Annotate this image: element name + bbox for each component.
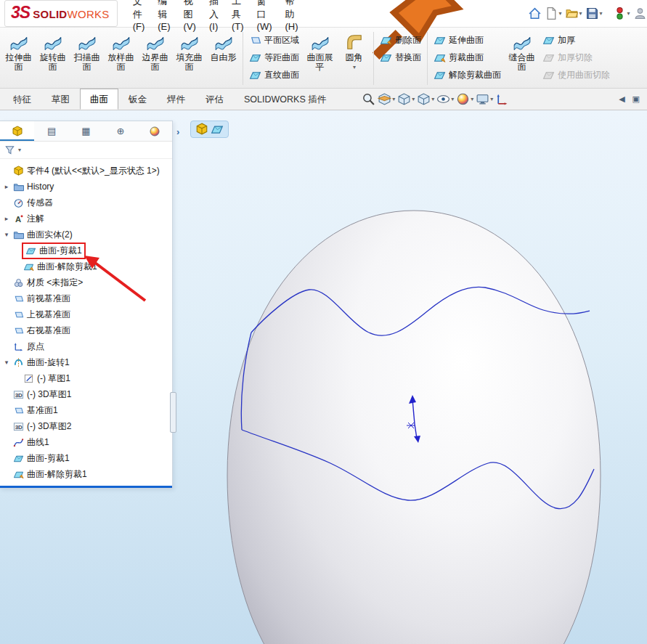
home-button[interactable] bbox=[527, 5, 542, 22]
tab-evaluate[interactable]: 评估 bbox=[195, 89, 234, 110]
chevron-down-icon[interactable]: ▾ bbox=[392, 96, 395, 102]
chevron-down-icon[interactable]: ▾ bbox=[431, 96, 434, 102]
tree-item-sensors[interactable]: 传感器 bbox=[0, 195, 172, 211]
view-orientation-button[interactable]: ▾ bbox=[396, 91, 415, 107]
open-folder-icon bbox=[565, 7, 579, 20]
planar-surface-button[interactable]: 平面区域 bbox=[249, 33, 299, 48]
chevron-down-icon[interactable]: ▾ bbox=[559, 10, 562, 17]
knit-surface-button[interactable]: 缝合曲面 bbox=[505, 29, 539, 88]
chevron-down-icon[interactable]: ▾ bbox=[451, 96, 454, 102]
tree-item-curve1[interactable]: 曲线1 bbox=[0, 434, 172, 450]
tree-item-material[interactable]: 材质 <未指定> bbox=[0, 274, 172, 290]
propertymanager-tab[interactable]: ▤ bbox=[34, 121, 68, 141]
tab-addins[interactable]: SOLIDWORKS 插件 bbox=[234, 89, 336, 110]
flatten-surface-button[interactable]: 曲面展平 bbox=[303, 29, 337, 88]
tab-features[interactable]: 特征 bbox=[3, 89, 41, 110]
graphics-viewport[interactable]: › ▤ ▦ ⊕ ▾ 零件4 (默认<<默认>_显示状态 1>) bbox=[0, 110, 647, 644]
chevron-down-icon[interactable]: ▾ bbox=[600, 10, 603, 17]
chevron-down-icon[interactable]: ▾ bbox=[490, 96, 493, 102]
fillet-dropdown-caret[interactable]: ▾ bbox=[353, 64, 356, 70]
extend-surface-button[interactable]: 延伸曲面 bbox=[434, 33, 501, 48]
tree-item-surface-trim1[interactable]: 曲面-剪裁1 bbox=[0, 242, 172, 258]
dimxpert-tab[interactable]: ⊕ bbox=[103, 121, 137, 141]
tree-item-history[interactable]: ▸ History bbox=[0, 179, 172, 195]
trim-surface-button[interactable]: 剪裁曲面 bbox=[434, 50, 501, 65]
featuremanager-tab[interactable] bbox=[0, 121, 34, 141]
panel-splitter-handle[interactable] bbox=[170, 392, 176, 433]
thicken-button[interactable]: 加厚 bbox=[542, 33, 610, 48]
freeform-button[interactable]: 自由形 bbox=[206, 29, 240, 88]
tree-item-surface-revolve1[interactable]: ▾ 曲面-旋转1 bbox=[0, 354, 172, 370]
zoom-fit-button[interactable] bbox=[361, 91, 376, 107]
zoom-fit-icon bbox=[362, 92, 375, 106]
surface-breadcrumb-icon[interactable] bbox=[211, 123, 224, 136]
extruded-surface-button[interactable]: 拉伸曲面 bbox=[1, 29, 36, 88]
chevron-down-icon[interactable]: ▾ bbox=[471, 96, 473, 102]
tab-weldments[interactable]: 焊件 bbox=[157, 89, 195, 110]
chevron-down-icon[interactable]: ▾ bbox=[627, 10, 630, 17]
apply-scene-button[interactable]: ▾ bbox=[475, 91, 494, 107]
display-style-button[interactable]: ▾ bbox=[416, 91, 435, 107]
filter-funnel-icon[interactable] bbox=[4, 144, 15, 155]
user-login-button[interactable]: ▾ bbox=[632, 5, 647, 22]
expander-icon[interactable]: ▸ bbox=[3, 183, 10, 190]
tree-item-label: 曲面实体(2) bbox=[27, 229, 73, 241]
section-view-button[interactable]: ▾ bbox=[377, 91, 396, 107]
tree-item-right-plane[interactable]: 右视基准面 bbox=[0, 322, 172, 338]
new-document-button[interactable]: ▾ bbox=[544, 5, 563, 22]
sketch-icon bbox=[23, 373, 34, 384]
fillet-button[interactable]: 圆角 ▾ bbox=[337, 29, 371, 88]
view-settings-button[interactable] bbox=[495, 91, 510, 107]
revolved-surface-button[interactable]: 旋转曲面 bbox=[36, 29, 70, 88]
tree-root-item[interactable]: 零件4 (默认<<默认>_显示状态 1>) bbox=[0, 163, 172, 179]
chevron-down-icon[interactable]: ▾ bbox=[579, 10, 582, 17]
open-button[interactable]: ▾ bbox=[564, 5, 583, 22]
save-button[interactable]: ▾ bbox=[585, 5, 603, 22]
expander-icon[interactable]: ▾ bbox=[3, 359, 10, 366]
hide-show-items-button[interactable]: ▾ bbox=[436, 91, 455, 107]
tree-item-label: 材质 <未指定> bbox=[27, 277, 83, 289]
tab-surfaces[interactable]: 曲面 bbox=[80, 89, 118, 110]
knit-surface-icon bbox=[513, 33, 532, 52]
filled-surface-button[interactable]: 填充曲面 bbox=[172, 29, 206, 88]
tree-item-surface-untrim1-feature[interactable]: 曲面-解除剪裁1 bbox=[0, 466, 172, 482]
untrim-surface-button[interactable]: 解除剪裁曲面 bbox=[434, 68, 501, 83]
chevron-down-icon[interactable]: ▾ bbox=[18, 147, 21, 153]
lofted-surface-button[interactable]: 放样曲面 bbox=[104, 29, 138, 88]
expander-icon[interactable]: ▸ bbox=[3, 215, 10, 222]
offset-surface-button[interactable]: 等距曲面 bbox=[249, 50, 299, 65]
tab-sheet-metal[interactable]: 钣金 bbox=[118, 89, 157, 110]
tab-sketch[interactable]: 草图 bbox=[41, 89, 80, 110]
egg-surface-model[interactable] bbox=[227, 211, 601, 644]
flyout-tree-expand-button[interactable]: › bbox=[176, 126, 179, 137]
tree-item-plane1[interactable]: 基准面1 bbox=[0, 402, 172, 418]
pane-display-button[interactable]: ▣ bbox=[632, 94, 640, 104]
selection-breadcrumbs[interactable] bbox=[190, 121, 229, 138]
chevron-down-icon[interactable]: ▾ bbox=[412, 96, 415, 102]
boundary-surface-button[interactable]: 边界曲面 bbox=[138, 29, 172, 88]
tree-item-top-plane[interactable]: 上视基准面 bbox=[0, 306, 172, 322]
displaymanager-tab[interactable] bbox=[138, 121, 172, 141]
tree-item-surface-untrim1[interactable]: 曲面-解除剪裁1 bbox=[0, 258, 172, 274]
configurationmanager-tab[interactable]: ▦ bbox=[69, 121, 103, 141]
edit-appearance-button[interactable]: ▾ bbox=[455, 91, 474, 107]
replace-face-button[interactable]: 替换面 bbox=[380, 50, 421, 65]
tree-item-annotations[interactable]: ▸ 注解 bbox=[0, 211, 172, 227]
tree-item-3dsketch1[interactable]: (-) 3D草图1 bbox=[0, 386, 172, 402]
tree-item-surface-trim1-feature[interactable]: 曲面-剪裁1 bbox=[0, 450, 172, 466]
sensors-icon bbox=[13, 197, 24, 208]
tree-item-3dsketch2[interactable]: (-) 3D草图2 bbox=[0, 418, 172, 434]
swept-surface-button[interactable]: 扫描曲面 bbox=[70, 29, 104, 88]
tree-item-front-plane[interactable]: 前视基准面 bbox=[0, 290, 172, 306]
expander-icon[interactable]: ▾ bbox=[3, 231, 10, 238]
tree-item-sketch1[interactable]: (-) 草图1 bbox=[0, 370, 172, 386]
rebuild-button[interactable]: ▾ bbox=[612, 5, 631, 22]
3d-sketch-icon bbox=[13, 421, 24, 432]
tree-item-surface-bodies[interactable]: ▾ 曲面实体(2) bbox=[0, 227, 172, 242]
delete-face-button[interactable]: 删除面 bbox=[380, 33, 421, 48]
collapse-pane-button[interactable]: ◀ bbox=[619, 94, 624, 104]
rollback-bar[interactable] bbox=[0, 486, 172, 488]
ruled-surface-button[interactable]: 直纹曲面 bbox=[249, 68, 299, 83]
tree-item-origin[interactable]: 原点 bbox=[0, 338, 172, 354]
part-breadcrumb-icon[interactable] bbox=[195, 123, 208, 136]
